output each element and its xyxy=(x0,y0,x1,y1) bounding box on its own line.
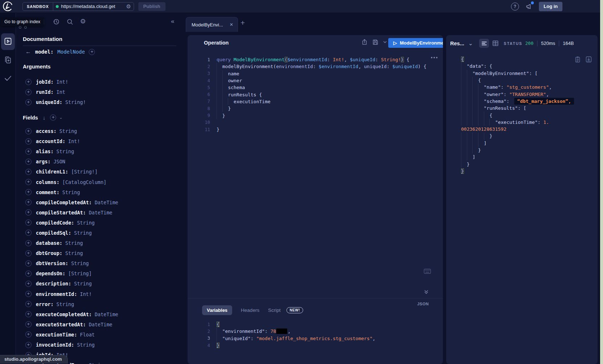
add-field-icon[interactable]: + xyxy=(25,250,32,256)
doc-field-row[interactable]: +compiledCode:String xyxy=(23,218,182,228)
share-icon[interactable] xyxy=(361,39,368,45)
add-field-icon[interactable]: + xyxy=(25,209,32,216)
code-line[interactable]: 5schema xyxy=(188,84,443,91)
doc-argument-row[interactable]: +uniqueId:String! xyxy=(23,97,182,107)
code-line[interactable]: "name": "stg_customers", xyxy=(455,84,598,91)
code-line[interactable]: 3name xyxy=(188,70,443,77)
code-line[interactable]: 7executionTime xyxy=(188,98,443,105)
tab-modelbyenvironment[interactable]: ModelByEnvi... ✕ xyxy=(186,17,238,32)
code-line[interactable]: 1query ModelByEnvironment($environmentId… xyxy=(188,56,443,63)
doc-field-row[interactable]: +compiledSql:String xyxy=(23,228,182,238)
code-line[interactable]: "executionTime": 1. xyxy=(455,119,598,126)
code-line[interactable]: { xyxy=(455,56,598,63)
add-field-icon[interactable]: + xyxy=(25,240,32,246)
code-line[interactable]: 1{ xyxy=(188,321,443,328)
doc-field-row[interactable]: +dbtVersion:String xyxy=(23,258,182,268)
doc-field-row[interactable]: +environmentId:Int! xyxy=(23,289,182,299)
doc-field-row[interactable]: +dependsOn:[String] xyxy=(23,268,182,279)
collapse-panel-icon[interactable]: « xyxy=(171,18,174,25)
code-line[interactable]: 8} xyxy=(188,105,443,112)
doc-field-row[interactable]: +compileCompletedAt:DateTime xyxy=(23,197,182,208)
add-field-icon[interactable]: + xyxy=(25,260,32,267)
code-line[interactable]: 4} xyxy=(188,342,443,349)
chevron-down-icon[interactable]: ⌄ xyxy=(59,115,62,120)
response-chevron-icon[interactable]: ⌄ xyxy=(468,40,473,47)
code-line[interactable]: 9} xyxy=(188,112,443,119)
search-icon[interactable] xyxy=(66,18,74,25)
save-icon[interactable] xyxy=(372,39,378,45)
code-line[interactable]: "data": { xyxy=(455,63,598,70)
add-field-icon[interactable]: + xyxy=(25,138,32,145)
code-line[interactable]: 3"uniqueId": "model.jaffle_shop_metrics.… xyxy=(188,335,443,342)
login-button[interactable]: Log in xyxy=(539,2,562,11)
add-field-icon[interactable]: + xyxy=(25,301,32,307)
add-all-fields-icon[interactable]: + xyxy=(50,114,56,121)
history-icon[interactable] xyxy=(53,18,60,25)
add-field-icon[interactable]: + xyxy=(25,89,32,95)
doc-argument-row[interactable]: +runId:Int xyxy=(23,87,182,97)
apollo-logo-icon[interactable] xyxy=(3,1,13,12)
connection-settings-icon[interactable]: ⚙ xyxy=(126,4,131,9)
code-line[interactable]: { xyxy=(455,77,598,84)
endpoint-url-box[interactable]: https://metadata.cloud.get ⚙ xyxy=(53,3,134,11)
code-line[interactable]: ] xyxy=(455,140,598,147)
add-field-icon[interactable]: + xyxy=(25,128,32,134)
add-field-icon[interactable]: + xyxy=(25,321,32,327)
add-field-icon[interactable]: + xyxy=(25,342,32,348)
doc-field-row[interactable]: +invocationId:String xyxy=(23,340,182,350)
code-line[interactable]: 2"environmentId": 78, xyxy=(188,328,443,335)
tab-headers[interactable]: Headers xyxy=(241,307,259,313)
code-line[interactable]: "runResults": [ xyxy=(455,105,598,112)
add-field-icon[interactable]: + xyxy=(25,271,32,277)
variables-divider[interactable] xyxy=(188,298,443,298)
doc-field-row[interactable]: +compileStartedAt:DateTime xyxy=(23,208,182,218)
doc-type-link[interactable]: ModelNode xyxy=(58,49,85,55)
tab-close-icon[interactable]: ✕ xyxy=(230,22,233,27)
response-title[interactable]: Res... xyxy=(450,41,464,46)
add-field-icon[interactable]: + xyxy=(25,189,32,195)
operation-editor[interactable]: 1query ModelByEnvironment($environmentId… xyxy=(188,56,443,133)
doc-field-row[interactable]: +args:JSON xyxy=(23,156,182,167)
sort-fields-icon[interactable]: ↓ xyxy=(43,114,46,121)
add-field-icon[interactable]: + xyxy=(25,199,32,205)
code-line[interactable]: "modelByEnvironment": [ xyxy=(455,70,598,77)
table-view-toggle[interactable] xyxy=(493,41,498,46)
doc-field-row[interactable]: +executeCompletedAt:DateTime xyxy=(23,309,182,319)
tab-script[interactable]: Script xyxy=(268,307,281,313)
collections-icon[interactable] xyxy=(4,56,12,64)
code-line[interactable]: } xyxy=(455,133,598,139)
code-line[interactable]: } xyxy=(455,160,598,167)
doc-field-row[interactable]: +description:String xyxy=(23,279,182,289)
keyboard-shortcuts-icon[interactable] xyxy=(424,269,431,274)
variables-editor[interactable]: 1{2"environmentId": 78,3"uniqueId": "mod… xyxy=(188,321,443,349)
add-field-icon[interactable]: + xyxy=(25,79,32,85)
add-field-icon[interactable]: + xyxy=(25,230,32,236)
doc-field-row[interactable]: +executeStartedAt:DateTime xyxy=(23,319,182,330)
code-line[interactable]: } xyxy=(455,168,598,175)
add-field-icon[interactable]: + xyxy=(25,99,32,105)
add-field-icon[interactable]: + xyxy=(25,169,32,175)
add-field-icon[interactable]: + xyxy=(25,281,32,287)
add-field-icon[interactable]: + xyxy=(25,159,32,165)
code-line[interactable]: "schema": “dbt_mary_jackson”, xyxy=(455,98,598,105)
doc-field-row[interactable]: +columns:[CatalogColumn] xyxy=(23,177,182,187)
code-line[interactable]: 6runResults { xyxy=(188,91,443,98)
tab-variables[interactable]: Variables xyxy=(202,305,232,315)
settings-gear-icon[interactable]: ⚙ xyxy=(80,17,87,25)
help-icon[interactable]: ? xyxy=(511,3,519,11)
code-line[interactable]: } xyxy=(455,147,598,154)
doc-field-row[interactable]: +comment:String xyxy=(23,187,182,197)
add-field-icon[interactable]: + xyxy=(25,179,32,185)
add-field-icon[interactable]: + xyxy=(25,311,32,317)
code-line[interactable]: ] xyxy=(455,154,598,160)
add-field-icon[interactable]: + xyxy=(25,219,32,226)
code-line[interactable]: 0023620128631592 xyxy=(455,126,598,133)
new-tab-button[interactable]: + xyxy=(240,18,245,27)
save-options-chevron-icon[interactable] xyxy=(383,41,387,43)
code-line[interactable]: { xyxy=(455,112,598,118)
code-line[interactable]: 2modelByEnvironment(environmentId: $envi… xyxy=(188,63,443,70)
code-line[interactable]: 10 xyxy=(188,119,443,126)
add-field-icon[interactable]: + xyxy=(25,331,32,338)
add-field-icon[interactable]: + xyxy=(25,291,32,297)
code-line[interactable]: "owner": "TRANSFORMER", xyxy=(455,91,598,97)
